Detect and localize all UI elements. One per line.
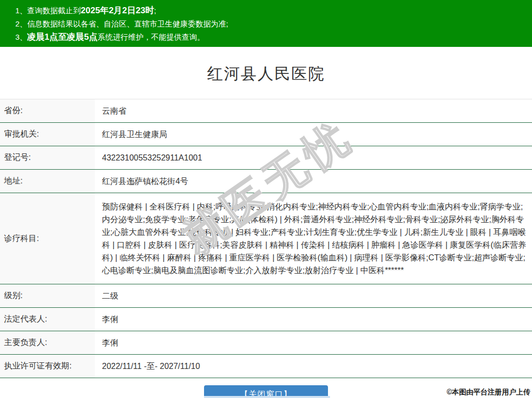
row-value-legal-representative: 李俐 (95, 308, 532, 331)
notice-line-1: 1、查询数据截止到2025年2月2日23时; (15, 4, 527, 17)
notice-line-number: 1、 (15, 6, 27, 15)
notice-line-text: 信息数据结果以各省、自治区、直辖市卫生健康委数据为准; (27, 19, 228, 28)
table-row: 级别: 二级 (0, 284, 532, 308)
row-label-medical-subjects: 诊疗科目: (0, 193, 95, 284)
notice-line-text: ; (154, 6, 156, 15)
row-value-level: 二级 (95, 284, 532, 308)
table-row: 法定代表人: 李俐 (0, 308, 532, 331)
row-value-province: 云南省 (95, 99, 532, 123)
row-label-registration-number: 登记号: (0, 146, 95, 170)
page-title: 红河县人民医院 (0, 63, 532, 85)
row-value-registration-number: 43223100553252911A1001 (95, 146, 532, 170)
table-row: 执业许可证有效期: 2022/11/11 -至- 2027/11/10 (0, 355, 532, 378)
row-value-address: 红河县迤萨镇松花街4号 (95, 170, 532, 193)
table-row: 省份: 云南省 (0, 99, 532, 123)
notice-line-number: 3、 (15, 33, 27, 41)
row-value-license-validity: 2022/11/11 -至- 2027/11/10 (95, 355, 532, 378)
table-row: 地址: 红河县迤萨镇松花街4号 (0, 170, 532, 193)
notice-line-bold: 2025年2月2日23时 (81, 6, 154, 15)
notice-line-2: 2、信息数据结果以各省、自治区、直辖市卫生健康委数据为准; (15, 17, 527, 31)
row-label-level: 级别: (0, 284, 95, 308)
row-label-province: 省份: (0, 99, 95, 123)
notice-line-bold: 凌晨1点至凌晨5点 (27, 32, 97, 42)
notice-line-3: 3、凌晨1点至凌晨5点系统进行维护，不能提供查询。 (15, 31, 527, 44)
table-row: 主要负责人: 李俐 (0, 331, 532, 355)
row-label-approval-authority: 审批机关: (0, 123, 95, 146)
row-value-approval-authority: 红河县卫生健康局 (95, 123, 532, 146)
table-row: 审批机关: 红河县卫生健康局 (0, 123, 532, 146)
table-row: 诊疗科目: 预防保健科 | 全科医疗科 | 内科;呼吸内科专业;消化内科专业;神… (0, 193, 532, 284)
notice-line-text: 系统进行维护，不能提供查询。 (97, 33, 205, 41)
notice-banner: 1、查询数据截止到2025年2月2日23时; 2、信息数据结果以各省、自治区、直… (0, 0, 532, 47)
secondary-button-partial (204, 396, 330, 398)
row-label-license-validity: 执业许可证有效期: (0, 355, 95, 378)
notice-line-number: 2、 (15, 19, 27, 28)
table-row: 登记号: 43223100553252911A1001 (0, 146, 532, 170)
row-value-main-person-in-charge: 李俐 (95, 331, 532, 355)
copyright-note: ©本图由平台注册用户上传 (447, 388, 530, 397)
notice-line-text: 查询数据截止到 (27, 6, 81, 15)
row-value-medical-subjects: 预防保健科 | 全科医疗科 | 内科;呼吸内科专业;消化内科专业;神经内科专业;… (95, 193, 532, 284)
row-label-address: 地址: (0, 170, 95, 193)
hospital-info-table: 省份: 云南省 审批机关: 红河县卫生健康局 登记号: 432231005532… (0, 99, 532, 378)
row-label-legal-representative: 法定代表人: (0, 308, 95, 331)
row-label-main-person-in-charge: 主要负责人: (0, 331, 95, 355)
